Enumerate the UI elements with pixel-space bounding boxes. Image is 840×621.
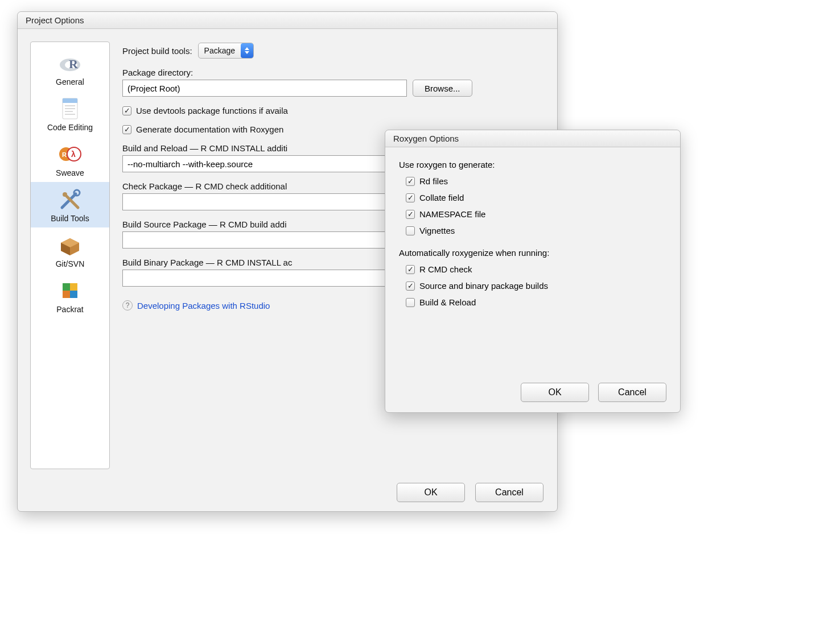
generate-docs-label: Generate documentation with Roxygen	[136, 125, 283, 134]
sidebar: R General Code Editing	[30, 42, 110, 469]
roxygen-options-title: Roxygen Options	[385, 130, 680, 147]
auto-roxygenize-heading: Automatically roxygenize when running:	[399, 248, 666, 258]
tools-icon	[58, 188, 82, 212]
chevron-updown-icon	[241, 43, 253, 58]
use-devtools-label: Use devtools package functions if availa	[136, 106, 288, 115]
rcmdcheck-checkbox[interactable]	[406, 265, 415, 274]
svg-point-14	[74, 190, 80, 196]
vignettes-label: Vignettes	[419, 226, 455, 235]
sidebar-item-label: Build Tools	[51, 214, 89, 223]
project-options-title: Project Options	[18, 12, 557, 29]
help-link-label: Developing Packages with RStudio	[137, 301, 270, 310]
svg-point-16	[63, 192, 67, 197]
svg-rect-18	[70, 283, 77, 291]
roxygen-ok-button[interactable]: OK	[521, 383, 589, 402]
use-roxygen-heading: Use roxygen to generate:	[399, 160, 666, 169]
packrat-icon	[58, 279, 82, 303]
namespace-checkbox[interactable]	[406, 210, 415, 219]
svg-rect-20	[70, 291, 77, 298]
rd-files-label: Rd files	[419, 176, 448, 186]
namespace-label: NAMESPACE file	[419, 209, 485, 219]
use-devtools-checkbox[interactable]	[122, 106, 131, 115]
package-box-icon	[58, 233, 82, 257]
svg-rect-4	[63, 98, 77, 103]
vignettes-checkbox[interactable]	[406, 226, 415, 235]
srcbin-checkbox[interactable]	[406, 281, 415, 291]
sidebar-item-label: Code Editing	[47, 123, 93, 132]
project-options-footer: OK Cancel	[397, 483, 543, 502]
roxygen-body: Use roxygen to generate: Rd files Collat…	[385, 147, 680, 320]
sidebar-item-label: Packrat	[56, 305, 83, 314]
package-directory-label: Package directory:	[122, 68, 542, 77]
svg-rect-17	[63, 283, 70, 291]
build-tools-label: Project build tools:	[122, 46, 192, 56]
svg-text:λ: λ	[71, 150, 76, 159]
sidebar-item-label: General	[56, 77, 84, 86]
sidebar-item-gitsvn[interactable]: Git/SVN	[31, 227, 109, 273]
ok-button[interactable]: OK	[397, 483, 465, 502]
rcmdcheck-label: R CMD check	[419, 264, 472, 274]
cancel-button[interactable]: Cancel	[475, 483, 543, 502]
collate-label: Collate field	[419, 193, 464, 202]
browse-button[interactable]: Browse...	[413, 80, 472, 97]
roxygen-cancel-button[interactable]: Cancel	[598, 383, 666, 402]
svg-text:R: R	[69, 57, 79, 71]
document-icon	[58, 97, 82, 121]
generate-docs-checkbox[interactable]	[122, 125, 131, 134]
sidebar-item-label: Sweave	[56, 168, 84, 177]
sidebar-item-general[interactable]: R General	[31, 45, 109, 91]
sidebar-item-code-editing[interactable]: Code Editing	[31, 91, 109, 136]
collate-checkbox[interactable]	[406, 193, 415, 202]
roxygen-options-dialog: Roxygen Options Use roxygen to generate:…	[385, 130, 681, 413]
package-directory-input[interactable]	[122, 80, 407, 97]
build-reload-checkbox[interactable]	[406, 298, 415, 307]
sidebar-item-label: Git/SVN	[56, 259, 85, 268]
build-reload-label: Build & Reload	[419, 297, 476, 307]
rd-files-checkbox[interactable]	[406, 177, 415, 186]
sidebar-item-packrat[interactable]: Packrat	[31, 273, 109, 318]
help-icon: ?	[122, 300, 133, 310]
r-logo-icon: R	[58, 51, 82, 75]
sweave-icon: Rnv λ	[58, 142, 82, 166]
sidebar-item-build-tools[interactable]: Build Tools	[31, 182, 109, 227]
build-tools-select[interactable]: Package	[198, 43, 254, 59]
select-value: Package	[204, 46, 235, 55]
sidebar-item-sweave[interactable]: Rnv λ Sweave	[31, 136, 109, 182]
roxygen-footer: OK Cancel	[521, 383, 666, 402]
svg-rect-19	[63, 291, 70, 298]
srcbin-label: Source and binary package builds	[419, 281, 548, 291]
